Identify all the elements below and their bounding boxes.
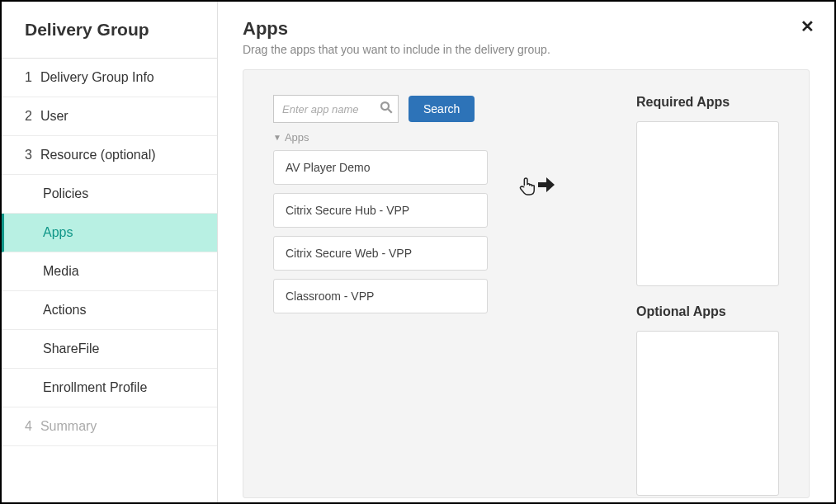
nav-summary: 4 Summary [2, 407, 217, 446]
nav-step-number: 1 [25, 70, 32, 85]
nav-sharefile[interactable]: ShareFile [2, 330, 217, 369]
nav-media[interactable]: Media [2, 252, 217, 291]
search-icon [379, 100, 394, 118]
nav-sublabel: Apps [43, 225, 73, 239]
search-wrapper [273, 95, 399, 123]
drag-indicator [512, 95, 562, 473]
nav-label: User [40, 109, 68, 124]
close-icon: ✕ [801, 17, 815, 35]
search-button[interactable]: Search [409, 96, 475, 122]
sidebar: Delivery Group 1 Delivery Group Info 2 U… [2, 2, 218, 502]
app-item[interactable]: Citrix Secure Web - VPP [273, 236, 488, 271]
main-content: ✕ Apps Drag the apps that you want to in… [218, 2, 834, 502]
optional-apps-title: Optional Apps [636, 304, 779, 319]
nav-sublabel: Actions [43, 303, 86, 317]
nav-sublabel: Policies [43, 186, 88, 200]
app-item[interactable]: AV Player Demo [273, 150, 488, 185]
apps-list-header[interactable]: ▼ Apps [273, 131, 488, 144]
hand-pointer-icon [518, 176, 536, 200]
svg-point-0 [381, 102, 389, 110]
page-title: Apps [243, 18, 810, 40]
nav-user[interactable]: 2 User [2, 97, 217, 136]
optional-apps-dropzone[interactable] [636, 331, 779, 496]
target-column: Required Apps Optional Apps [587, 95, 779, 473]
caret-down-icon: ▼ [273, 133, 281, 142]
apps-list-label: Apps [285, 131, 309, 144]
nav-apps[interactable]: Apps [2, 214, 217, 252]
arrow-right-icon [536, 176, 556, 197]
required-apps-dropzone[interactable] [636, 121, 779, 286]
nav-resource[interactable]: 3 Resource (optional) [2, 136, 217, 175]
page-subtitle: Drag the apps that you want to include i… [243, 43, 810, 56]
nav-sublabel: Media [43, 264, 79, 278]
close-button[interactable]: ✕ [801, 16, 815, 36]
nav-label: Delivery Group Info [40, 70, 154, 85]
nav-label: Resource (optional) [40, 148, 156, 163]
nav-policies[interactable]: Policies [2, 175, 217, 214]
nav-label: Summary [40, 419, 97, 434]
sidebar-title: Delivery Group [2, 2, 217, 59]
svg-line-1 [388, 109, 392, 113]
available-apps-column: Search ▼ Apps AV Player Demo Citrix Secu… [273, 95, 488, 473]
search-row: Search [273, 95, 488, 123]
app-item[interactable]: Classroom - VPP [273, 279, 488, 313]
nav-actions[interactable]: Actions [2, 291, 217, 330]
required-apps-title: Required Apps [636, 95, 779, 110]
nav-enrollment-profile[interactable]: Enrollment Profile [2, 369, 217, 407]
nav-delivery-group-info[interactable]: 1 Delivery Group Info [2, 59, 217, 97]
nav-step-number: 4 [25, 419, 32, 434]
nav-sublabel: Enrollment Profile [43, 380, 147, 394]
content-panel: Search ▼ Apps AV Player Demo Citrix Secu… [243, 69, 810, 498]
nav-sublabel: ShareFile [43, 341, 99, 356]
nav-step-number: 3 [25, 148, 32, 163]
app-item[interactable]: Citrix Secure Hub - VPP [273, 193, 488, 228]
nav-step-number: 2 [25, 109, 32, 124]
